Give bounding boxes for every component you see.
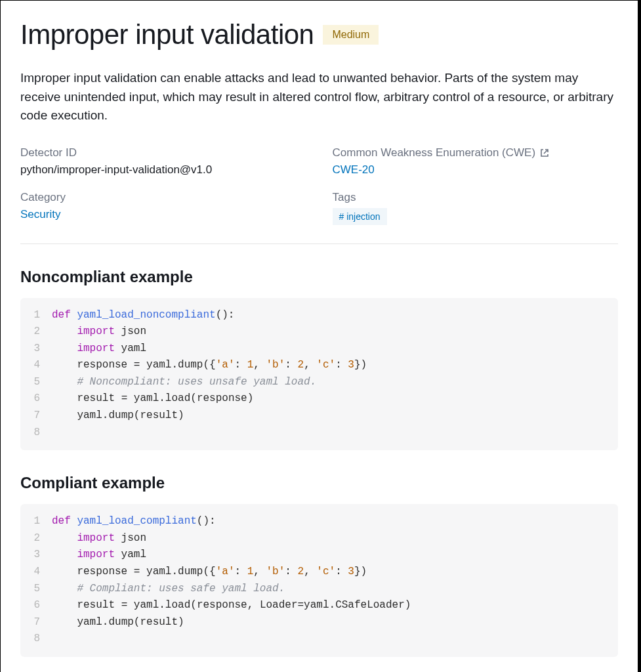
code-content <box>52 631 618 648</box>
code-content: result = yaml.load(response) <box>52 390 618 408</box>
code-content <box>52 425 618 442</box>
line-number: 1 <box>20 307 52 324</box>
category-link[interactable]: Security <box>20 208 60 220</box>
code-line: 8 <box>20 425 618 442</box>
noncompliant-heading: Noncompliant example <box>20 268 618 286</box>
code-content: response = yaml.dump({'a': 1, 'b': 2, 'c… <box>52 564 618 581</box>
title-row: Improper input validation Medium <box>20 19 618 51</box>
tags-label: Tags <box>333 191 619 204</box>
code-content: # Compliant: uses safe yaml load. <box>52 581 618 598</box>
meta-category: Category Security <box>20 191 306 225</box>
code-line: 3 import yaml <box>20 341 618 358</box>
category-label: Category <box>20 191 306 204</box>
code-content: def yaml_load_noncompliant(): <box>52 307 618 324</box>
compliant-code-block: 1def yaml_load_compliant():2 import json… <box>20 504 618 657</box>
cwe-label: Common Weakness Enumeration (CWE) <box>333 146 619 159</box>
code-line: 3 import yaml <box>20 547 618 564</box>
external-link-icon <box>539 148 550 158</box>
description-text: Improper input validation can enable att… <box>20 69 618 125</box>
code-line: 4 response = yaml.dump({'a': 1, 'b': 2, … <box>20 564 618 581</box>
code-content: # Noncompliant: uses unsafe yaml load. <box>52 374 618 391</box>
noncompliant-code-block: 1def yaml_load_noncompliant():2 import j… <box>20 298 618 451</box>
page-title: Improper input validation <box>20 19 314 51</box>
code-content: import json <box>52 324 618 341</box>
line-number: 4 <box>20 357 52 374</box>
line-number: 5 <box>20 374 52 391</box>
code-content: response = yaml.dump({'a': 1, 'b': 2, 'c… <box>52 357 618 374</box>
code-line: 2 import json <box>20 530 618 547</box>
code-content: import yaml <box>52 547 618 564</box>
meta-grid: Detector ID python/improper-input-valida… <box>20 146 618 244</box>
code-line: 7 yaml.dump(result) <box>20 408 618 425</box>
line-number: 6 <box>20 390 52 408</box>
cwe-label-text: Common Weakness Enumeration (CWE) <box>333 146 536 159</box>
line-number: 4 <box>20 564 52 581</box>
line-number: 7 <box>20 408 52 425</box>
line-number: 8 <box>20 425 52 442</box>
line-number: 2 <box>20 324 52 341</box>
detector-id-value: python/improper-input-validation@v1.0 <box>20 163 306 177</box>
line-number: 1 <box>20 513 52 530</box>
code-line: 2 import json <box>20 324 618 341</box>
line-number: 5 <box>20 581 52 598</box>
code-line: 1def yaml_load_noncompliant(): <box>20 307 618 324</box>
line-number: 8 <box>20 631 52 648</box>
code-line: 6 result = yaml.load(response) <box>20 390 618 408</box>
code-content: yaml.dump(result) <box>52 408 618 425</box>
severity-badge: Medium <box>323 25 379 45</box>
code-line: 5 # Compliant: uses safe yaml load. <box>20 581 618 598</box>
code-content: import json <box>52 530 618 547</box>
code-line: 7 yaml.dump(result) <box>20 614 618 631</box>
code-content: yaml.dump(result) <box>52 614 618 631</box>
cwe-link[interactable]: CWE-20 <box>333 163 375 176</box>
line-number: 3 <box>20 547 52 564</box>
code-content: def yaml_load_compliant(): <box>52 513 618 530</box>
meta-detector-id: Detector ID python/improper-input-valida… <box>20 146 306 177</box>
tag-chip[interactable]: # injection <box>333 208 387 225</box>
code-line: 4 response = yaml.dump({'a': 1, 'b': 2, … <box>20 357 618 374</box>
line-number: 3 <box>20 341 52 358</box>
line-number: 2 <box>20 530 52 547</box>
meta-tags: Tags # injection <box>333 191 619 225</box>
code-content: import yaml <box>52 341 618 358</box>
meta-cwe: Common Weakness Enumeration (CWE) CWE-20 <box>333 146 619 177</box>
compliant-heading: Compliant example <box>20 474 618 492</box>
code-line: 1def yaml_load_compliant(): <box>20 513 618 530</box>
tags-container: # injection <box>333 208 619 225</box>
code-line: 6 result = yaml.load(response, Loader=ya… <box>20 597 618 614</box>
detector-id-label: Detector ID <box>20 146 306 159</box>
line-number: 6 <box>20 597 52 614</box>
code-content: result = yaml.load(response, Loader=yaml… <box>52 597 618 614</box>
line-number: 7 <box>20 614 52 631</box>
page-container: Improper input validation Medium Imprope… <box>0 0 641 672</box>
code-line: 8 <box>20 631 618 648</box>
code-line: 5 # Noncompliant: uses unsafe yaml load. <box>20 374 618 391</box>
